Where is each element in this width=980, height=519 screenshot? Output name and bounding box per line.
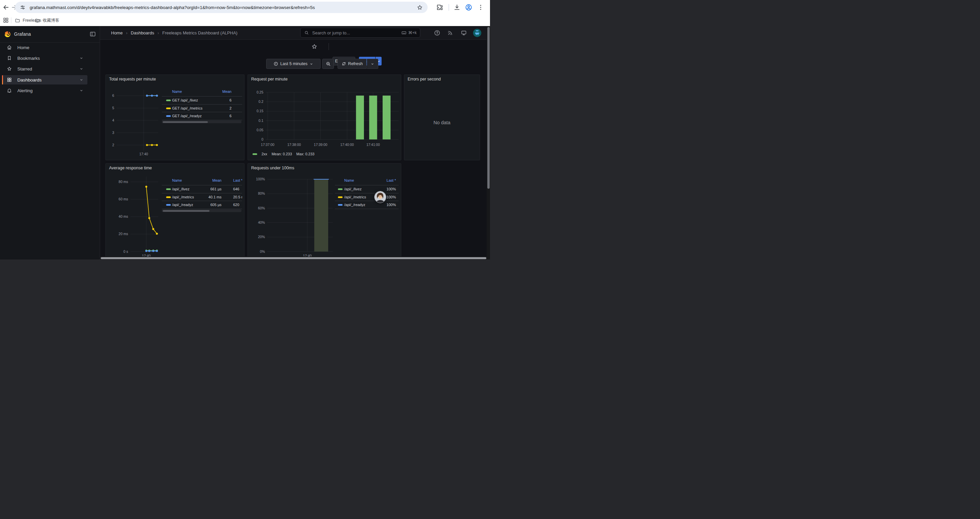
- sidebar-item-dashboards[interactable]: Dashboards: [2, 75, 88, 85]
- legend-row[interactable]: GET /api/_/readyz 6: [162, 112, 242, 120]
- sidebar-item-label: Starred: [18, 67, 32, 72]
- breadcrumb-current: Freeleaps Metrics Dashboard (ALPHA): [162, 30, 237, 35]
- legend-header-last[interactable]: Last *: [335, 178, 396, 182]
- breadcrumb-dashboards[interactable]: Dashboards: [131, 30, 154, 35]
- svg-text:17:41:00: 17:41:00: [366, 143, 380, 147]
- favorite-star-icon[interactable]: [311, 43, 318, 50]
- keyboard-icon: [401, 30, 407, 35]
- legend-scrollbar[interactable]: [162, 121, 242, 123]
- breadcrumb-home[interactable]: Home: [111, 30, 123, 35]
- site-settings-icon[interactable]: [20, 4, 26, 10]
- legend-row[interactable]: /api/_/metrics 100%: [335, 193, 399, 201]
- search-input[interactable]: [312, 30, 401, 36]
- legend-table: Name Mean Last * /api/_/livez 661 µs 646…: [162, 177, 242, 215]
- legend-max: Max: 0.233: [296, 152, 314, 156]
- panel-title[interactable]: Errors per second: [407, 77, 441, 81]
- svg-text:0.25: 0.25: [256, 91, 263, 94]
- bookmark-label: 收藏博客: [43, 18, 59, 23]
- rss-news-icon[interactable]: [447, 30, 453, 36]
- bar-chart: 0.250.20.150.10.05017:37:0017:38:0017:39…: [248, 75, 401, 160]
- grafana-topbar: Home › Dashboards › Freeleaps Metrics Da…: [100, 26, 490, 40]
- chevron-down-icon[interactable]: [80, 88, 83, 93]
- chevron-down-icon[interactable]: [80, 78, 83, 82]
- help-icon[interactable]: [434, 30, 440, 36]
- legend-row[interactable]: GET /api/_/livez 6: [162, 96, 242, 104]
- sidebar-item-starred[interactable]: Starred: [2, 64, 88, 73]
- search-box[interactable]: ⌘+k: [300, 28, 420, 38]
- legend-table: Name Last * /api/_/livez 100% /api/_/met…: [335, 177, 399, 215]
- svg-text:2: 2: [112, 143, 115, 147]
- bookmark-icon: [7, 56, 12, 61]
- chevron-down-icon[interactable]: [80, 56, 83, 60]
- grafana-app: Grafana Home Bookmarks: [0, 26, 490, 260]
- breadcrumb-separator: ›: [126, 30, 127, 35]
- legend-header-mean[interactable]: Mean: [162, 178, 221, 182]
- refresh-interval-button[interactable]: [367, 59, 378, 69]
- back-icon[interactable]: [2, 4, 10, 11]
- panel-errors-per-second: Errors per second No data: [404, 75, 480, 160]
- extensions-icon[interactable]: [436, 4, 443, 11]
- legend-series-name: 2xx: [261, 152, 267, 156]
- profile-icon[interactable]: [465, 4, 473, 11]
- vertical-scrollbar-thumb[interactable]: [487, 27, 490, 189]
- svg-text:5: 5: [112, 106, 115, 110]
- brand-name: Grafana: [14, 31, 31, 37]
- svg-text:17:38:00: 17:38:00: [287, 143, 301, 147]
- bookmark-folder-blogs[interactable]: 收藏博客: [35, 17, 59, 24]
- url-bar[interactable]: [15, 2, 428, 13]
- legend-scrollbar[interactable]: [162, 209, 242, 212]
- folder-icon: [15, 18, 20, 23]
- folder-icon: [35, 18, 40, 23]
- sidebar-item-bookmarks[interactable]: Bookmarks: [2, 53, 88, 63]
- download-icon[interactable]: [453, 4, 461, 11]
- sidebar-item-alerting[interactable]: Alerting: [2, 86, 88, 95]
- refresh-button[interactable]: Refresh: [337, 59, 367, 69]
- legend-row[interactable]: /api/_/livez 100%: [335, 185, 399, 193]
- monitor-icon[interactable]: [461, 30, 467, 36]
- svg-text:0: 0: [261, 137, 264, 141]
- svg-text:80 ms: 80 ms: [119, 180, 128, 184]
- legend-row[interactable]: GET /api/_/metrics 2: [162, 105, 242, 112]
- svg-text:17:40: 17:40: [139, 152, 148, 156]
- bookmark-star-icon[interactable]: [417, 4, 423, 11]
- sidebar-toggle-icon[interactable]: [89, 31, 96, 37]
- legend-row[interactable]: /api/_/metrics 40.1 ms 20.5 m: [162, 193, 242, 201]
- sidebar-item-home[interactable]: Home: [2, 43, 88, 52]
- svg-text:4: 4: [112, 118, 115, 122]
- svg-text:17:37:00: 17:37:00: [261, 143, 275, 147]
- chevron-down-icon[interactable]: [80, 67, 83, 71]
- chevron-down-icon: [310, 62, 313, 66]
- subheader-divider: [329, 43, 329, 50]
- legend-row[interactable]: /api/_/readyz 605 µs 620: [162, 201, 242, 208]
- home-icon: [7, 45, 12, 50]
- time-range-picker[interactable]: Last 5 minutes: [266, 59, 321, 69]
- no-data-message: No data: [404, 120, 480, 125]
- svg-text:6: 6: [112, 94, 115, 97]
- dashboard-controls: Last 5 minutes Refresh: [100, 53, 490, 69]
- search-shortcut: ⌘+k: [401, 30, 417, 35]
- sidebar-item-label: Dashboards: [18, 77, 42, 83]
- browser-menu-icon[interactable]: [477, 4, 484, 11]
- legend-header-last[interactable]: Last *: [233, 178, 242, 182]
- url-input[interactable]: [29, 5, 412, 10]
- assistant-avatar[interactable]: [374, 191, 386, 203]
- legend-item-2xx[interactable]: 2xx Mean: 0.233 Max: 0.233: [253, 152, 315, 156]
- svg-text:0%: 0%: [260, 250, 265, 254]
- user-avatar[interactable]: [473, 29, 481, 37]
- zoom-out-button[interactable]: [322, 59, 334, 69]
- svg-text:40%: 40%: [258, 221, 265, 224]
- legend-row[interactable]: /api/_/readyz 100%: [335, 201, 399, 208]
- breadcrumb: Home › Dashboards › Freeleaps Metrics Da…: [111, 26, 237, 40]
- svg-text:17:40:00: 17:40:00: [340, 143, 354, 147]
- bookmarks-bar: Freeleaps 收藏博客: [0, 15, 490, 26]
- grafana-logo[interactable]: [4, 31, 11, 38]
- legend-row[interactable]: /api/_/livez 661 µs 646: [162, 185, 242, 193]
- bookmarks-divider: [11, 18, 11, 23]
- svg-text:0.15: 0.15: [256, 109, 263, 113]
- svg-text:0 s: 0 s: [123, 250, 128, 254]
- legend-header-mean[interactable]: Mean: [162, 89, 231, 94]
- sidebar-header: Grafana: [0, 26, 100, 43]
- apps-grid-icon[interactable]: [3, 17, 9, 23]
- horizontal-scrollbar-thumb[interactable]: [101, 257, 486, 259]
- dashboard-subheader: Export Share: [100, 40, 490, 53]
